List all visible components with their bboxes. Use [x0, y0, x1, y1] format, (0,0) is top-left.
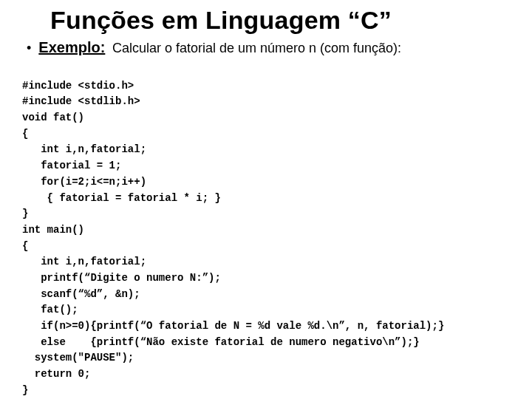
code-line: if(n>=0){printf(“O fatorial de N = %d va… [22, 320, 444, 332]
slide-title: Funções em Linguagem “C” [50, 6, 511, 35]
code-block: #include <stdio.h> #include <stdlib.h> v… [22, 62, 511, 398]
code-line: int i,n,fatorial; [22, 143, 146, 155]
code-line: { fatorial = fatorial * i; } [22, 192, 221, 204]
code-line: } [22, 208, 28, 219]
code-line: system("PAUSE"); [22, 352, 134, 364]
code-line: else {printf(“Não existe fatorial de num… [22, 336, 420, 348]
code-line: { [22, 128, 28, 140]
code-line: #include <stdio.h> [22, 80, 134, 92]
code-line: for(i=2;i<=n;i++) [22, 176, 146, 188]
code-line: #include <stdlib.h> [22, 95, 140, 107]
code-line: { [22, 240, 28, 252]
code-line: fatorial = 1; [22, 160, 121, 171]
code-line: fat(); [22, 304, 78, 316]
example-bullet: • Exemplo: Calcular o fatorial de um núm… [27, 39, 511, 56]
code-line: void fat() [22, 112, 84, 123]
code-line: int main() [22, 224, 84, 236]
bullet-dot-icon: • [27, 41, 31, 56]
example-label: Exemplo: [38, 39, 105, 55]
code-line: int i,n,fatorial; [22, 256, 146, 267]
slide: Funções em Linguagem “C” • Exemplo: Calc… [0, 0, 532, 399]
code-line: } [22, 384, 28, 396]
code-line: return 0; [22, 368, 90, 380]
code-line: scanf(“%d”, &n); [22, 288, 140, 300]
code-line: printf(“Digite o numero N:”); [22, 272, 221, 284]
example-text: Calcular o fatorial de um número n (com … [112, 41, 401, 55]
